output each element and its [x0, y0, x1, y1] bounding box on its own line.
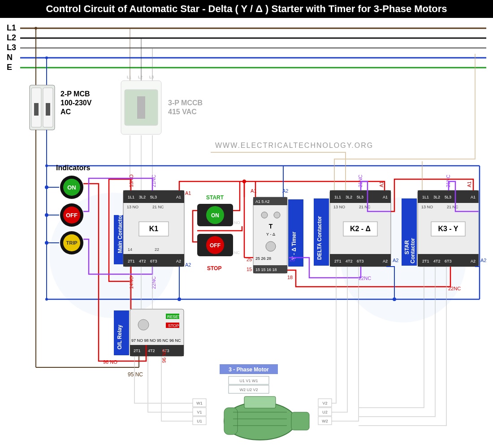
main-contactor: Main Contactor 1L1 3L2 5L3 A1 13 NO 21 N…: [114, 190, 184, 267]
svg-text:3L2: 3L2: [139, 195, 146, 199]
svg-text:6T3: 6T3: [150, 259, 157, 263]
svg-rect-12: [34, 103, 39, 116]
svg-text:6T3: 6T3: [357, 259, 364, 263]
svg-text:97 NO 98 NO 95 NC 96 NC: 97 NO 98 NO 95 NC 96 NC: [131, 338, 181, 343]
svg-text:K3 - Y: K3 - Y: [438, 225, 458, 233]
main-a2: A2: [185, 262, 191, 267]
svg-text:ON: ON: [211, 212, 219, 219]
svg-text:4T2: 4T2: [148, 349, 155, 353]
main-contactor-label: Main Contactor: [117, 214, 123, 253]
svg-text:K2 - Δ: K2 - Δ: [350, 225, 371, 233]
svg-point-137: [178, 298, 181, 301]
svg-text:U1  V1  W1: U1 V1 W1: [239, 379, 258, 383]
svg-point-6: [35, 27, 37, 30]
overload-relay: O/L Relay RESET STOP 97 NO 98 NO 95 NC 9…: [114, 309, 184, 356]
svg-text:3-P MCCB: 3-P MCCB: [168, 99, 203, 107]
svg-rect-22: [137, 96, 145, 119]
svg-text:21 NC: 21 NC: [447, 205, 458, 209]
svg-point-138: [393, 298, 396, 301]
svg-text:OFF: OFF: [210, 242, 221, 249]
label-l3: L3: [7, 43, 16, 52]
diagram-canvas: L1 L2 L3 N E 2-P MCB 100-230V AC: [0, 18, 493, 448]
svg-text:W2: W2: [322, 419, 328, 423]
svg-text:4T2: 4T2: [346, 259, 353, 263]
mccb-3p: L1 L2 L3 3-P MCCB 415 VAC: [121, 28, 203, 134]
svg-text:OFF: OFF: [66, 212, 78, 219]
timer-label: Y - Δ Timer: [291, 232, 297, 260]
mcb-label2: 100-230V: [61, 99, 92, 107]
indicator-trip: TRIP: [60, 231, 83, 254]
timer-18: 18: [287, 275, 293, 280]
svg-text:U1: U1: [197, 419, 202, 423]
svg-text:1L1: 1L1: [128, 195, 134, 199]
svg-rect-145: [224, 408, 238, 435]
svg-point-79: [261, 212, 268, 218]
svg-point-127: [138, 319, 149, 330]
ol-95nc-label: 95 NC: [128, 371, 143, 378]
motor-label: 3 - Phase Motor: [229, 366, 269, 373]
svg-point-136: [45, 241, 48, 244]
svg-text:STOP: STOP: [168, 323, 179, 328]
svg-text:4T2: 4T2: [433, 259, 441, 263]
supply-lines: L1 L2 L3 N E: [7, 23, 486, 72]
timer: Y - Δ Timer A1 5 A2 T Y - Δ 25 26 28 15 …: [253, 197, 303, 273]
motor-terminals-right: V2 U2 W2: [318, 399, 332, 425]
overload-label: O/L Relay: [117, 325, 123, 349]
svg-text:V1: V1: [197, 410, 202, 414]
star-a1: A1: [467, 181, 472, 187]
svg-text:A1: A1: [471, 195, 476, 199]
svg-text:STAR: STAR: [404, 240, 410, 254]
main-22nc: 22NC: [151, 276, 156, 289]
svg-text:415 VAC: 415 VAC: [168, 108, 197, 116]
start-label: START: [206, 194, 224, 201]
svg-text:5L3: 5L3: [445, 195, 451, 199]
tan-wiring: [211, 54, 475, 190]
svg-text:1L1: 1L1: [422, 195, 429, 199]
svg-rect-13: [46, 103, 50, 116]
label-n: N: [7, 53, 13, 62]
svg-text:A2: A2: [176, 259, 181, 263]
svg-text:L3: L3: [149, 75, 154, 79]
svg-text:Y - Δ: Y - Δ: [266, 232, 275, 237]
delta-contactor: DELTA Contactor 1L1 3L2 5L3 A1 13 NO 21 …: [314, 190, 391, 267]
label-l2: L2: [7, 33, 16, 42]
svg-point-135: [45, 214, 48, 216]
svg-text:6T3: 6T3: [445, 259, 452, 263]
svg-text:4T2: 4T2: [139, 259, 146, 263]
indicators-title: Indicators: [56, 164, 91, 172]
svg-text:5L3: 5L3: [150, 195, 157, 199]
timer-15: 15: [246, 267, 252, 272]
svg-text:A1  5  A2: A1 5 A2: [255, 199, 270, 204]
svg-text:2T1: 2T1: [334, 259, 342, 263]
svg-text:W1: W1: [196, 401, 203, 405]
svg-text:13 NO: 13 NO: [421, 205, 433, 209]
svg-text:2T1: 2T1: [128, 259, 135, 263]
delta-a2: A2: [393, 258, 398, 263]
svg-point-83: [266, 241, 276, 251]
svg-text:Contactor: Contactor: [410, 238, 416, 263]
svg-text:22: 22: [155, 247, 159, 252]
svg-text:W2  U2  V2: W2 U2 V2: [239, 388, 258, 392]
svg-point-38: [45, 298, 48, 301]
indicator-on: ON: [60, 176, 83, 199]
main-a1: A1: [185, 190, 191, 196]
svg-text:21 NC: 21 NC: [152, 205, 164, 209]
stop-button: OFF NC STOP: [197, 234, 240, 271]
svg-text:K1: K1: [149, 225, 159, 233]
svg-text:3L2: 3L2: [346, 195, 352, 199]
ol-96nc: 96 NC: [161, 349, 167, 363]
svg-text:T: T: [269, 223, 273, 230]
svg-text:25  26  28: 25 26 28: [255, 256, 271, 261]
svg-point-37: [45, 164, 48, 167]
svg-text:U2: U2: [322, 410, 328, 414]
svg-text:3L2: 3L2: [433, 195, 440, 199]
indicator-off: OFF: [60, 203, 83, 227]
label-e: E: [7, 63, 12, 72]
motor: 3 - Phase Motor U1 V1 W1 W2 U2 V2: [220, 364, 309, 440]
svg-point-80: [274, 212, 280, 218]
svg-text:A1: A1: [176, 195, 181, 199]
delta-a1: A1: [379, 181, 384, 187]
delta-contactor-label: DELTA Contactor: [316, 216, 323, 260]
motor-terminals-left: W1 V1 U1: [193, 399, 206, 425]
svg-text:13 NO: 13 NO: [333, 205, 345, 209]
